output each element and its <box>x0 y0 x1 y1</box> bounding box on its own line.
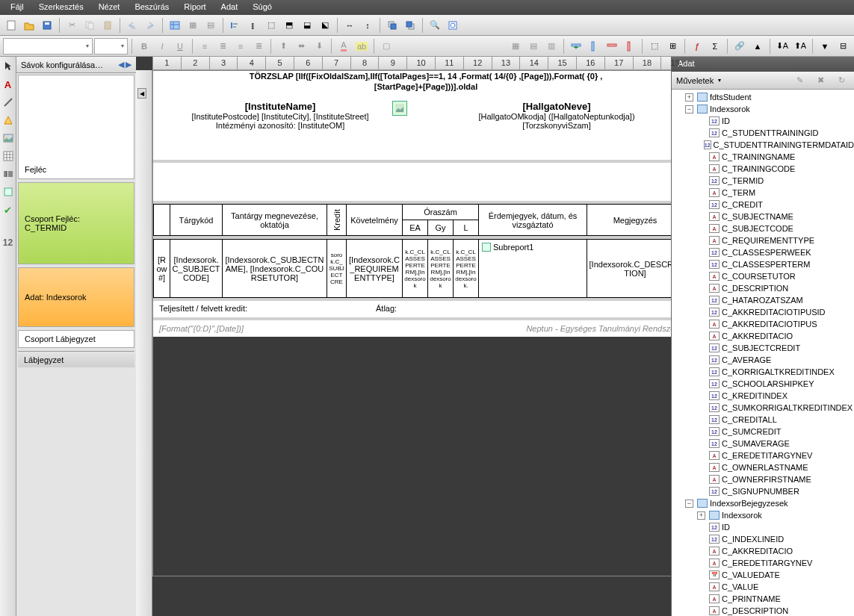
backcolor-button[interactable]: ab <box>353 38 370 55</box>
band-group-footer[interactable]: Csoport Lábjegyzet <box>18 330 134 348</box>
ungroup-button[interactable]: ▤ <box>202 17 219 34</box>
canvas-group-footer[interactable]: Teljesített / felvett kredit: Átlag: <box>153 301 671 320</box>
edit-icon[interactable]: ✎ <box>791 72 808 89</box>
blank-strip[interactable] <box>153 163 671 204</box>
size-combo[interactable]: ▾ <box>94 38 128 55</box>
tree-item[interactable]: 12C_AKKREDITACIOTIPUSID <box>672 306 854 318</box>
tree-item[interactable]: 12C_TERMID <box>672 175 854 187</box>
tree-item[interactable]: AC_DESCRIPTION <box>672 282 854 294</box>
th-targykod[interactable]: Tárgykód <box>170 205 223 236</box>
institute-id-field[interactable]: Intézményi azonosító: [InstituteOM] <box>168 121 392 130</box>
canvas-page-header[interactable]: TÖRZSLAP [IIf([FixOldalSzam],IIf([TotalP… <box>153 71 671 163</box>
tree-expander-icon[interactable]: + <box>697 511 705 520</box>
tree-item[interactable]: 12C_HATAROZATSZAM <box>672 294 854 306</box>
ins-row-icon[interactable]: + <box>568 38 584 55</box>
paste-button[interactable] <box>99 17 116 34</box>
gf-avg-box[interactable]: Átlag: <box>370 301 482 317</box>
text-center-icon[interactable]: ≣ <box>214 38 231 55</box>
check-icon[interactable]: ✔ <box>1 203 15 217</box>
tree-item[interactable]: +Indexsorok <box>672 509 854 521</box>
tree-item[interactable]: AC_AKKREDITACIO <box>672 545 854 557</box>
cell-subjectcode[interactable]: [Indexsorok.C_SUBJECTCODE] <box>170 240 223 298</box>
tree-item[interactable]: 12C_CLASSESPERTERM <box>672 258 854 270</box>
institute-block[interactable]: [InstituteName] [InstitutePostcode] [Ins… <box>168 101 392 130</box>
grid-tool-icon[interactable] <box>1 149 15 163</box>
tree-expander-icon[interactable]: − <box>685 105 693 113</box>
bring-front-icon[interactable] <box>384 17 400 34</box>
tree-item[interactable]: AC_DESCRIPTION <box>672 605 854 616</box>
canvas-page-footer[interactable]: [Format("{0:D}",[Date])] Neptun - Egység… <box>153 320 671 337</box>
gf-credit-box[interactable]: Teljesített / felvett kredit: <box>153 301 370 317</box>
group-button[interactable]: ▦ <box>185 17 201 34</box>
th-gy[interactable]: Gy <box>428 220 454 236</box>
pointer-icon[interactable] <box>1 60 15 73</box>
image-placeholder-icon[interactable] <box>392 101 407 116</box>
align-middle-icon[interactable]: ⬓ <box>299 17 315 34</box>
image-icon[interactable] <box>1 131 15 145</box>
font-combo[interactable]: ▾ <box>3 38 93 55</box>
tree-item[interactable]: 12C_CLASSESPERWEEK <box>672 246 854 258</box>
cell-subjectname[interactable]: [Indexsorok.C_SUBJECTNAME], [Indexsorok.… <box>223 240 327 298</box>
anchor-icon[interactable]: ▲ <box>749 38 766 55</box>
subreport-icon[interactable] <box>1 185 15 199</box>
tree-item[interactable]: AC_EREDETITARGYNEV <box>672 557 854 569</box>
data-row[interactable]: [Row#] [Indexsorok.C_SUBJECTCODE] [Index… <box>153 239 671 298</box>
tree-item[interactable]: −Indexsorok <box>672 103 854 115</box>
data-tree[interactable]: +fdtsStudent−Indexsorok12ID12C_STUDENTTR… <box>672 90 854 616</box>
text-right-icon[interactable]: ≡ <box>232 38 249 55</box>
forecolor-button[interactable]: A <box>335 38 352 55</box>
sort-desc-icon[interactable]: ⬆A <box>792 38 808 55</box>
bands-title[interactable]: Sávok konfigurálása… ◀▶ <box>16 57 136 73</box>
align-center-h-icon[interactable]: ⫿ <box>245 17 262 34</box>
tree-item[interactable]: 12C_CREDITALL <box>672 414 854 426</box>
tree-item[interactable]: AC_TERM <box>672 187 854 199</box>
tree-item[interactable]: 12C_AVERAGE <box>672 354 854 366</box>
cell-reqtype[interactable]: [Indexsorok.C_REQUIREMENTTYPE] <box>347 240 403 298</box>
cell-ea[interactable]: k.C_CLASSESPERTERM],[Indexsorok <box>403 240 428 298</box>
same-width-icon[interactable]: ↔ <box>341 17 358 34</box>
tree-item[interactable]: 12ID <box>672 115 854 127</box>
band-header[interactable]: Fejléc <box>18 75 134 179</box>
new-button[interactable] <box>3 17 19 34</box>
tree-item[interactable]: AC_VALUE <box>672 581 854 593</box>
barcode-icon[interactable] <box>1 167 15 181</box>
align-bottom-icon[interactable]: ⬕ <box>317 17 333 34</box>
toolbox-num-icon[interactable]: 12 <box>1 236 15 249</box>
canvas-data-band[interactable]: [Row#] [Indexsorok.C_SUBJECTCODE] [Index… <box>153 239 671 301</box>
cell-gy[interactable]: k.C_CLASSESPERTERM],[Indexsorok <box>428 240 454 298</box>
th-ea[interactable]: EA <box>403 220 428 236</box>
menu-insert[interactable]: Beszúrás <box>127 0 176 15</box>
tree-item[interactable]: 12C_SCHOOLARSHIPKEY <box>672 378 854 390</box>
open-button[interactable] <box>21 17 37 34</box>
tree-item[interactable]: AC_AKKREDITACIO <box>672 330 854 342</box>
del-col-icon[interactable] <box>622 38 638 55</box>
menu-view[interactable]: Nézet <box>91 0 128 15</box>
tree-item[interactable]: 12C_KORRIGALTKREDITINDEX <box>672 366 854 378</box>
tree-item[interactable]: 12ID <box>672 521 854 533</box>
cell-credit[interactable]: sorok.C_SUBJECTCRE <box>327 240 347 298</box>
tree-item[interactable]: 12C_SUMAVERAGE <box>672 438 854 449</box>
cell-l[interactable]: k.C_CLASSESPERTERM],[Indexsorok. <box>454 240 479 298</box>
pf-date-field[interactable]: [Format("{0:D}",[Date])] <box>159 324 244 333</box>
cell-subreport[interactable]: Subreport1 <box>479 240 587 298</box>
student-block[interactable]: [HallgatoNeve] [HallgatoOMkodja] ([Hallg… <box>452 101 661 130</box>
redo-button[interactable] <box>142 17 158 34</box>
th-erdemjegyek[interactable]: Érdemjegyek, dátum, és vizsgáztató <box>479 205 587 236</box>
tree-item[interactable]: AC_TRAININGCODE <box>672 163 854 175</box>
th-megjegyzes[interactable]: Megjegyzés <box>587 205 671 236</box>
border-button[interactable]: ▢ <box>378 38 394 55</box>
menu-edit[interactable]: Szerkesztés <box>31 0 91 15</box>
valign-top-icon[interactable]: ⬆ <box>275 38 291 55</box>
tree-item[interactable]: 12C_SUBJECTCREDIT <box>672 342 854 354</box>
institute-addr-field[interactable]: [InstitutePostcode] [InstituteCity], [In… <box>168 112 392 121</box>
bands-prev-icon[interactable]: ◀ <box>118 60 124 69</box>
label-icon[interactable]: A <box>1 78 15 91</box>
cell-rownum[interactable]: [Row#] <box>154 240 170 298</box>
menu-help[interactable]: Súgó <box>245 0 279 15</box>
tree-item[interactable]: AC_AKKREDITACIOTIPUS <box>672 318 854 330</box>
align-right-icon[interactable]: ⬚ <box>263 17 279 34</box>
tree-item[interactable]: AC_REQUIREMENTTYPE <box>672 234 854 246</box>
valign-bot-icon[interactable]: ⬇ <box>311 38 327 55</box>
zoom-icon[interactable]: 🔍 <box>427 17 443 34</box>
cut-button[interactable]: ✂ <box>64 17 80 34</box>
